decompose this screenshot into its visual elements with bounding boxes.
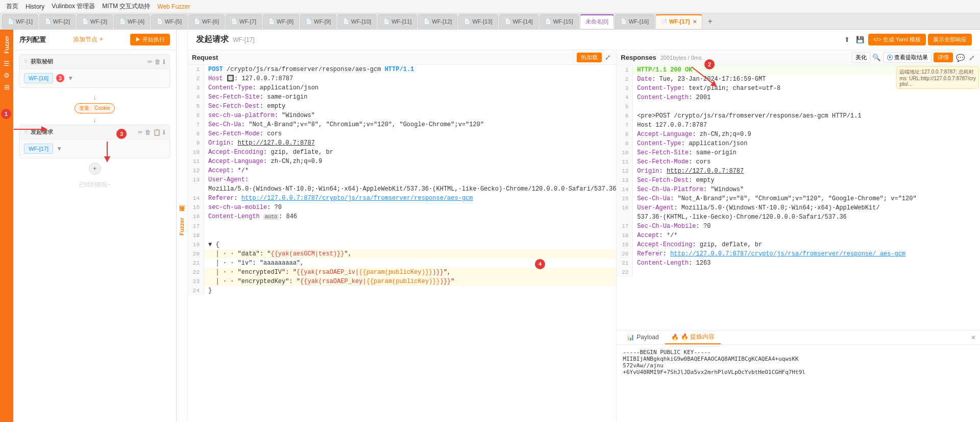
tab-wf14[interactable]: 📄WF-[14] <box>499 14 538 29</box>
tab-wf8[interactable]: 📄WF-[8] <box>263 14 299 29</box>
payload-close-button[interactable]: ✕ <box>971 334 976 341</box>
request-line-7: 7 Sec-Ch-Ua: "Not_A·Brand";v="8", "Chrom… <box>188 120 616 129</box>
request-response-body: Request 热加载 ⤢ 4 1 POST /crypto/js/rsa/fr… <box>188 50 980 422</box>
delete-icon-2[interactable]: 🗑 <box>145 129 151 136</box>
seq-item2-expand[interactable]: ▼ <box>56 145 62 152</box>
seq-item1-icons: ✏ 🗑 ℹ <box>148 58 165 65</box>
tab-wf10[interactable]: 📄WF-[10] <box>337 14 377 29</box>
resp-line-20: 20 Referer: http://127.0.0.7:8787/crypto… <box>617 249 980 259</box>
tab-wf7[interactable]: 📄WF-[7] <box>226 14 262 29</box>
tab-wf11[interactable]: 📄WF-[11] <box>378 14 417 29</box>
details-button[interactable]: 详情 <box>934 53 953 62</box>
seq-item2-name-row: WF-[17] ▼ <box>24 144 165 154</box>
tab-wf4[interactable]: 📄WF-[4] <box>114 14 150 29</box>
comments-icon[interactable]: 💬 <box>955 53 966 63</box>
drag-handle-1[interactable]: ⠿ <box>24 59 28 64</box>
nav-mitm[interactable]: MITM 交互式劫持 <box>100 2 152 11</box>
tab-wf13[interactable]: 📄WF-[13] <box>458 14 498 29</box>
edit-icon-2[interactable]: ✏ <box>138 129 143 136</box>
tab-wf15[interactable]: 📄WF-[15] <box>540 14 579 29</box>
tab-wf12[interactable]: 📄WF-[12] <box>418 14 457 29</box>
expand-response-button[interactable]: ⤢ <box>968 53 976 63</box>
edit-icon-1[interactable]: ✏ <box>148 58 153 65</box>
nav-vulinbox[interactable]: Vulinbox 管理器 <box>50 2 97 11</box>
left-panel-header: 序列配置 添加节点 + ▶ 开始执行 <box>13 30 176 50</box>
request-line-6: 6 sec-ch-ua-platform: "Windows" <box>188 111 616 120</box>
request-toolbar: Request 热加载 ⤢ <box>188 50 616 65</box>
response-side-info: 远端地址:127.0.0.7:8787; 总耗时ms: URL:http://1… <box>896 66 979 89</box>
tab-icon-wf11: 📄 <box>383 18 389 24</box>
tab-icon-wf12: 📄 <box>424 18 430 24</box>
tab-icon-wf9: 📄 <box>306 18 312 24</box>
seq-item2-header: ⠿ 发起请求 ✏ 🗑 📋 ℹ <box>20 125 169 139</box>
fuzzer-icon2[interactable]: ⚙ <box>4 72 10 79</box>
seq-item1-expand[interactable]: ▼ <box>67 75 74 82</box>
response-panel-label: Responses <box>621 54 656 61</box>
upload-icon[interactable]: ⬆ <box>842 35 852 44</box>
tab-wf5[interactable]: 📄WF-[5] <box>151 14 187 29</box>
resp-line-21: 21 Content-Length: 1263 <box>617 259 980 268</box>
tab-add-button[interactable]: + <box>703 17 716 26</box>
expand-request-button[interactable]: ⤢ <box>604 52 612 62</box>
copy-icon-2[interactable]: 📋 <box>153 129 161 136</box>
chrome-button[interactable]: ⦿ 查看提取结果 <box>883 52 932 63</box>
fuzzer-icon1[interactable]: ☰ <box>4 60 10 67</box>
fuzzer-icon3[interactable]: ⊞ <box>4 83 10 91</box>
payload-icon: 📊 <box>627 334 634 341</box>
resp-line-6: 6 <pre>POST /crypto/js/rsa/fromserver/re… <box>617 111 980 121</box>
fuzzer-label[interactable]: Fuzzer <box>4 34 10 56</box>
var-cookie-row: 变量、Cookie <box>19 102 170 114</box>
payload-tabs: 📊 Payload 🔥 🔥 提炼内容 ✕ <box>617 331 980 345</box>
tab-icon-wf1: 📄 <box>8 18 14 24</box>
drag-handle-2[interactable]: ⠿ <box>24 129 28 135</box>
seq-item2-name[interactable]: WF-[17] <box>24 144 53 154</box>
tab-icon-wf3: 📄 <box>82 18 88 24</box>
payload-tab[interactable]: 📊 Payload <box>621 332 665 344</box>
start-execute-button[interactable]: ▶ 开始执行 <box>130 34 170 45</box>
request-panel: Request 热加载 ⤢ 4 1 POST /crypto/js/rsa/fr… <box>188 50 617 422</box>
info-icon-2[interactable]: ℹ <box>163 129 165 136</box>
show-all-response-button[interactable]: 展示全部响应 <box>928 34 972 45</box>
var-cookie-button[interactable]: 变量、Cookie <box>75 103 115 113</box>
add-node-button[interactable]: 添加节点 + <box>73 35 103 44</box>
nav-home[interactable]: 首页 <box>4 2 20 11</box>
beautify-button[interactable]: 美化 <box>852 52 870 63</box>
chrome-icon: ⦿ <box>887 54 893 61</box>
request-panel-label: Request <box>192 54 218 61</box>
seq-item1-name[interactable]: WF-[16] <box>24 73 53 83</box>
generate-yaml-button[interactable]: </> 生成 Yaml 模板 <box>868 34 926 45</box>
tab-close-wf17[interactable]: ✕ <box>693 19 697 25</box>
resp-line-8: 8 Accept-Language: zh-CN,zh;q=0.9 <box>617 130 980 139</box>
series-sidebar: Fuzzer 系列 <box>177 30 188 422</box>
request-line-23: 23 │ · · "encryptedKey": "{{yak(rsaOAEP_… <box>188 277 616 286</box>
info-icon-1[interactable]: ℹ <box>163 58 165 65</box>
tab-unnamed0[interactable]: 未命名[0] <box>580 14 614 29</box>
request-editor[interactable]: 4 1 POST /crypto/js/rsa/fromserver/respo… <box>188 65 616 422</box>
nav-history[interactable]: History <box>23 3 46 10</box>
hotload-button[interactable]: 热加载 <box>577 53 602 62</box>
tab-wf3[interactable]: 📄WF-[3] <box>77 14 113 29</box>
tab-wf17[interactable]: 📄 WF-[17] ✕ <box>655 14 702 29</box>
add-node-circle[interactable]: + <box>89 162 101 175</box>
tab-wf9[interactable]: 📄WF-[9] <box>300 14 336 29</box>
tab-icon-wf2: 📄 <box>45 18 51 24</box>
resp-line-13: 13 Sec-Fetch-Dest: empty <box>617 176 980 185</box>
refine-content-tab[interactable]: 🔥 🔥 提炼内容 <box>665 331 721 344</box>
request-line-14: 14 Referer: http://127.0.0.7:8787/crypto… <box>188 194 616 203</box>
request-line-21: 21 │ · · "iv": "aaaaaaaaa", <box>188 259 616 268</box>
search-response-button[interactable]: 🔍 <box>872 54 881 61</box>
tab-wf16[interactable]: 📄WF-[16] <box>615 14 654 29</box>
request-line-5: 5 Sec-Fetch-Dest: empty <box>188 102 616 111</box>
tab-wf2[interactable]: 📄WF-[2] <box>39 14 76 29</box>
tab-wf1[interactable]: 📄WF-[1] <box>2 14 38 29</box>
seq-item1-header: ⠿ 获取秘钥 ✏ 🗑 ℹ <box>20 55 169 69</box>
seq-item1-badge: 3 <box>56 74 64 82</box>
save-config-icon[interactable]: 💾 <box>854 35 866 44</box>
series-label[interactable]: Fuzzer 系列 <box>178 216 186 236</box>
nav-webfuzzer[interactable]: Web Fuzzer <box>155 3 192 10</box>
request-line-9: 9 Origin: http://127.0.0.7:8787 <box>188 138 616 148</box>
delete-icon-1[interactable]: 🗑 <box>155 58 161 65</box>
response-panel: Responses 2001bytes / 0ms 美化 🔍 ⦿ 查看提取结果 … <box>617 50 980 422</box>
tab-wf6[interactable]: 📄WF-[6] <box>188 14 225 29</box>
tab-icon-wf6: 📄 <box>194 18 200 24</box>
